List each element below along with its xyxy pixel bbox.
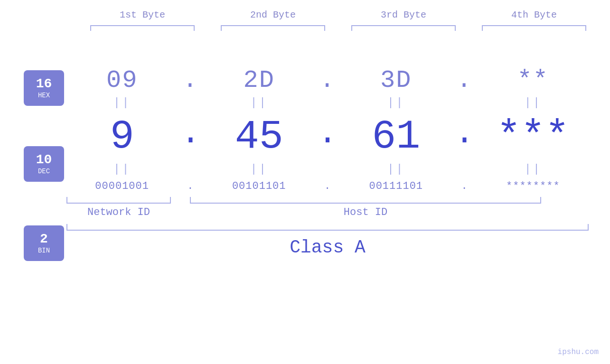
network-id-label: Network ID: [66, 206, 171, 218]
hex-byte4: **: [481, 66, 585, 94]
watermark: ipshu.com: [558, 348, 599, 356]
bracket-top-3: [351, 25, 456, 31]
header-col4: 4th Byte: [469, 9, 600, 24]
hex-byte1: 09: [70, 66, 174, 94]
dec-byte1: 9: [70, 114, 174, 160]
bin-badge-label: BIN: [38, 247, 50, 254]
hex-byte2: 2D: [207, 66, 311, 94]
eq2: ||: [207, 96, 311, 109]
hex-row: 09 . 2D . 3D . **: [66, 66, 589, 94]
dec-byte4: ***: [481, 114, 585, 160]
header-col1: 1st Byte: [77, 9, 208, 24]
class-label: Class A: [66, 237, 589, 258]
hex-val2: 2D: [243, 66, 274, 94]
hex-val4: **: [517, 66, 549, 94]
dec-badge-number: 10: [36, 153, 52, 167]
dec-val2: 45: [235, 114, 283, 160]
bin-badge: 2 BIN: [24, 225, 64, 261]
dec-val3: 61: [372, 114, 420, 160]
hex-byte3: 3D: [344, 66, 448, 94]
hex-val1: 09: [106, 66, 138, 94]
main-content-area: 09 . 2D . 3D . ** || ||: [66, 57, 589, 258]
bottom-brackets: [66, 197, 589, 204]
bin-row: 00001001 . 00101101 . 00111101 . *******…: [66, 180, 589, 192]
dec-val4: ***: [497, 114, 569, 160]
bin-dot1: .: [181, 180, 200, 192]
bin-byte4: ********: [481, 180, 585, 192]
dec-dot1: .: [181, 117, 200, 157]
dec-dot3: .: [455, 117, 474, 157]
header-col2: 2nd Byte: [208, 9, 338, 24]
header-col3: 3rd Byte: [338, 9, 469, 24]
dec-badge-label: DEC: [38, 168, 50, 175]
dec-val1: 9: [110, 114, 134, 160]
host-id-label: Host ID: [190, 206, 541, 218]
bin-dot3: .: [455, 180, 474, 192]
main-container: 16 HEX 10 DEC 2 BIN 1st Byte 2nd Byte 3r…: [0, 0, 610, 364]
eq4: ||: [481, 96, 585, 109]
hex-badge-label: HEX: [38, 92, 50, 99]
host-id-bracket: [190, 197, 541, 204]
class-bracket: [66, 224, 589, 231]
bracket-top-2: [221, 25, 325, 31]
eq6: ||: [207, 163, 311, 176]
eq7: ||: [344, 163, 448, 176]
dec-row: 9 . 45 . 61 . ***: [66, 114, 589, 160]
bin-val4: ********: [506, 180, 560, 192]
dec-dot2: .: [318, 117, 337, 157]
network-id-bracket: [66, 197, 171, 204]
column-headers: 1st Byte 2nd Byte 3rd Byte 4th Byte: [77, 9, 600, 24]
bracket-top-1: [90, 25, 195, 31]
id-labels: Network ID Host ID: [66, 206, 589, 218]
bin-byte1: 00001001: [70, 180, 174, 192]
eq1: ||: [70, 96, 174, 109]
equals-row-dec: || || || ||: [66, 163, 589, 176]
top-brackets: [77, 25, 600, 31]
hex-val3: 3D: [380, 66, 412, 94]
dec-badge: 10 DEC: [24, 146, 64, 182]
hex-dot1: .: [181, 66, 200, 94]
hex-badge: 16 HEX: [24, 70, 64, 106]
hex-badge-number: 16: [36, 77, 52, 91]
eq5: ||: [70, 163, 174, 176]
bin-byte2: 00101101: [207, 180, 311, 192]
eq8: ||: [481, 163, 585, 176]
bracket-top-4: [482, 25, 586, 31]
hex-dot2: .: [318, 66, 337, 94]
hex-dot3: .: [455, 66, 474, 94]
bin-val3: 00111101: [369, 180, 423, 192]
bin-val2: 00101101: [232, 180, 286, 192]
bin-byte3: 00111101: [344, 180, 448, 192]
dec-byte3: 61: [344, 114, 448, 160]
bin-badge-number: 2: [40, 233, 48, 246]
dec-byte2: 45: [207, 114, 311, 160]
bin-val1: 00001001: [95, 180, 149, 192]
equals-row-hex: || || || ||: [66, 96, 589, 109]
eq3: ||: [344, 96, 448, 109]
bin-dot2: .: [318, 180, 337, 192]
